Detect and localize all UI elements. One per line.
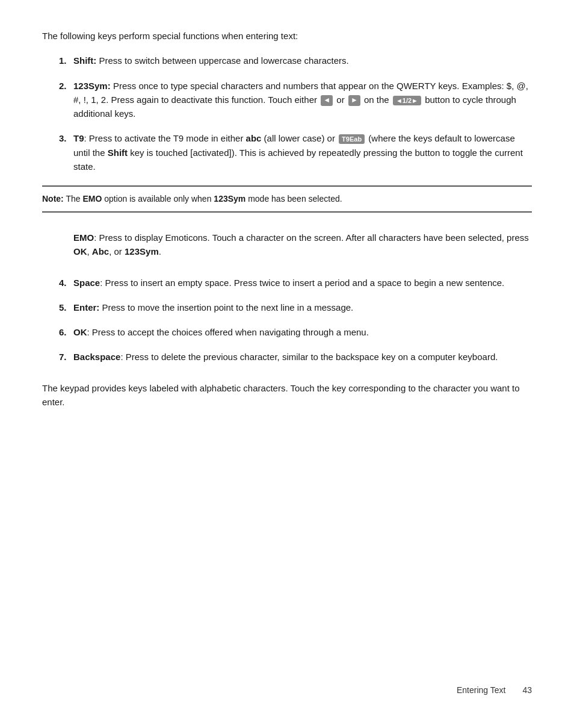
item-7-number: 7.: [42, 350, 73, 364]
item-5-content: Enter: Press to move the insertion point…: [73, 300, 532, 314]
item-7-desc: : Press to delete the previous character…: [120, 352, 498, 362]
item-7-term: Backspace: [73, 352, 120, 362]
left-arrow-button-icon: ◄: [321, 95, 333, 106]
item-4-number: 4.: [42, 276, 73, 290]
item-1-term: Shift:: [73, 55, 96, 66]
on-the-text: on the: [364, 95, 392, 105]
emo-abc: Abc: [92, 246, 109, 257]
note-label: Note:: [42, 194, 64, 204]
item-6-term: OK: [73, 327, 87, 337]
item-6-content: OK: Press to accept the choices offered …: [73, 325, 532, 339]
note-box: Note: The EMO option is available only w…: [42, 185, 532, 213]
item-1-number: 1.: [42, 54, 73, 67]
item-5-term: Enter:: [73, 302, 99, 313]
emo-comma2: , or: [109, 246, 125, 257]
item-2-number: 2.: [42, 79, 73, 93]
item-4-content: Space: Press to insert an empty space. P…: [73, 276, 532, 290]
note-text2: option is available only when: [102, 194, 214, 204]
emo-sym: 123Sym: [125, 246, 159, 257]
item-3-number: 3.: [42, 131, 73, 145]
item-3-content: T9: Press to activate the T9 mode in eit…: [73, 131, 532, 173]
note-emo: EMO: [82, 194, 102, 204]
note-text3: mode has been selected.: [245, 194, 342, 204]
item-3-desc: : Press to activate the T9 mode in eithe…: [84, 133, 246, 143]
list-item: 5. Enter: Press to move the insertion po…: [42, 300, 532, 314]
list-item: 4. Space: Press to insert an empty space…: [42, 276, 532, 290]
page-content: The following keys perform special funct…: [42, 29, 532, 409]
item-3-desc2: (all lower case) or: [261, 133, 338, 143]
emo-ok: OK: [73, 246, 87, 257]
item-4-desc: : Press to insert an empty space. Press …: [100, 278, 504, 288]
t9-button-icon: T9Eab: [339, 134, 365, 144]
secondary-list: 4. Space: Press to insert an empty space…: [42, 276, 532, 364]
item-2-term: 123Sym:: [73, 81, 111, 91]
item-4-term: Space: [73, 278, 100, 288]
list-item: 6. OK: Press to accept the choices offer…: [42, 325, 532, 339]
list-item: 7. Backspace: Press to delete the previo…: [42, 350, 532, 364]
emo-term: EMO: [73, 232, 94, 243]
emo-desc: : Press to display Emoticons. Touch a ch…: [94, 232, 529, 243]
item-6-number: 6.: [42, 325, 73, 339]
one-two-button-icon: ◄1/2►: [393, 96, 421, 105]
main-list: 1. Shift: Press to switch between upperc…: [42, 54, 532, 173]
item-3-abc: abc: [246, 133, 262, 143]
emo-section: EMO: Press to display Emoticons. Touch a…: [42, 225, 532, 265]
list-item: 3. T9: Press to activate the T9 mode in …: [42, 131, 532, 173]
page-number: 43: [522, 685, 532, 695]
item-5-number: 5.: [42, 300, 73, 314]
item-3-desc4: key is touched [activated]). This is ach…: [73, 148, 523, 172]
emo-comma: ,: [87, 246, 92, 257]
item-1-desc: Press to switch between uppercase and lo…: [96, 55, 348, 66]
item-2-content: 123Sym: Press once to type special chara…: [73, 79, 532, 121]
right-arrow-button-icon: ►: [348, 95, 360, 106]
list-item: 2. 123Sym: Press once to type special ch…: [42, 79, 532, 121]
closing-paragraph: The keypad provides keys labeled with al…: [42, 381, 532, 409]
item-3-term: T9: [73, 133, 84, 143]
page-footer: Entering Text 43: [457, 685, 532, 695]
item-3-shift: Shift: [108, 148, 128, 158]
item-1-content: Shift: Press to switch between uppercase…: [73, 54, 532, 67]
item-6-desc: : Press to accept the choices offered wh…: [87, 327, 369, 337]
item-5-desc: Press to move the insertion point to the…: [99, 302, 353, 313]
list-item: 1. Shift: Press to switch between upperc…: [42, 54, 532, 67]
or-text: or: [336, 95, 347, 105]
note-sym: 123Sym: [214, 194, 245, 204]
note-text: The: [64, 194, 83, 204]
emo-period: .: [159, 246, 161, 257]
item-7-content: Backspace: Press to delete the previous …: [73, 350, 532, 364]
footer-title: Entering Text: [457, 685, 505, 695]
intro-paragraph: The following keys perform special funct…: [42, 29, 532, 43]
